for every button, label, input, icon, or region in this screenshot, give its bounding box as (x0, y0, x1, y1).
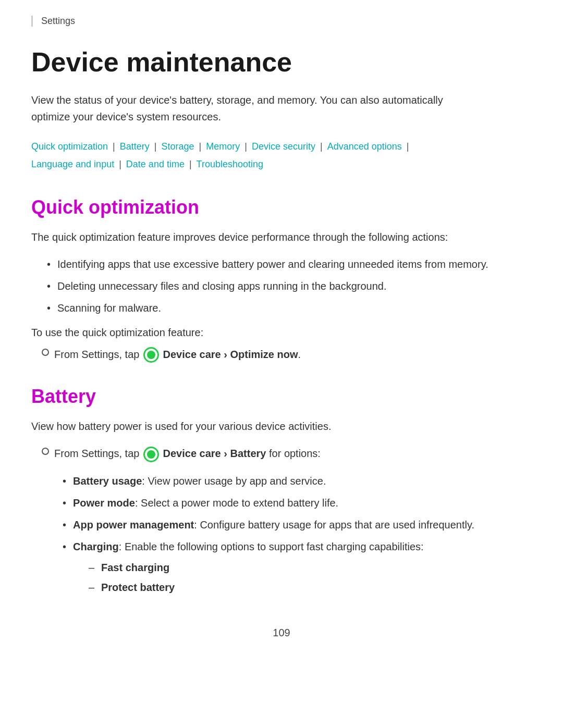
step-bold-text: Device care › Optimize now (163, 349, 298, 360)
quick-optimization-description: The quick optimization feature improves … (31, 229, 500, 245)
list-item: Scanning for malware. (47, 300, 506, 316)
list-item: Identifying apps that use excessive batt… (47, 256, 506, 273)
bold-label: Battery usage (73, 475, 142, 487)
page-description: View the status of your device's battery… (31, 92, 480, 125)
nav-links: Quick optimization | Battery | Storage |… (31, 138, 532, 173)
battery-description: View how battery power is used for your … (31, 418, 500, 435)
nav-link-language-input[interactable]: Language and input (31, 159, 114, 169)
nav-link-battery[interactable]: Battery (120, 141, 150, 152)
battery-bullets: Battery usage: View power usage by app a… (63, 473, 532, 596)
quick-optimization-instruction: To use the quick optimization feature: (31, 327, 532, 339)
nav-link-advanced-options[interactable]: Advanced options (327, 141, 402, 152)
charging-sub-list: Fast charging Protect battery (89, 559, 521, 596)
battery-step-bold: Device care › Battery (163, 448, 266, 459)
nav-link-storage[interactable]: Storage (161, 141, 194, 152)
breadcrumb-text: Settings (41, 16, 75, 26)
bold-label: Charging (73, 541, 119, 552)
nav-link-date-time[interactable]: Date and time (126, 159, 185, 169)
list-item: Charging: Enable the following options t… (63, 538, 521, 596)
page-title: Device maintenance (31, 47, 532, 77)
battery-step-text: From Settings, tap Device care › Battery… (54, 445, 321, 462)
nav-link-memory[interactable]: Memory (206, 141, 240, 152)
list-item: Fast charging (89, 559, 521, 576)
bold-label: Power mode (73, 497, 135, 509)
main-page: Settings Device maintenance View the sta… (0, 0, 563, 728)
battery-step: From Settings, tap Device care › Battery… (42, 445, 532, 462)
list-item: Battery usage: View power usage by app a… (63, 473, 521, 489)
quick-optimization-step-text: From Settings, tap Device care › Optimiz… (54, 346, 301, 363)
list-item: App power management: Configure battery … (63, 516, 521, 533)
quick-optimization-step: From Settings, tap Device care › Optimiz… (42, 346, 532, 363)
quick-optimization-title: Quick optimization (31, 196, 532, 218)
quick-optimization-section: Quick optimization The quick optimizatio… (31, 196, 532, 363)
bold-label: App power management (73, 519, 194, 530)
step-bullet-icon (42, 448, 49, 455)
breadcrumb: Settings (31, 16, 532, 27)
device-care-icon-battery (143, 447, 159, 462)
page-number: 109 (31, 627, 532, 639)
step-bullet-icon (42, 349, 49, 356)
nav-link-troubleshooting[interactable]: Troubleshooting (197, 159, 263, 169)
nav-link-device-security[interactable]: Device security (252, 141, 315, 152)
battery-section: Battery View how battery power is used f… (31, 386, 532, 596)
bold-label: Fast charging (101, 562, 169, 573)
list-item: Power mode: Select a power mode to exten… (63, 495, 521, 511)
battery-title: Battery (31, 386, 532, 408)
nav-link-quick-optimization[interactable]: Quick optimization (31, 141, 108, 152)
device-care-icon (143, 347, 159, 363)
list-item: Deleting unnecessary files and closing a… (47, 278, 506, 294)
bold-label: Protect battery (101, 582, 175, 593)
quick-optimization-bullets: Identifying apps that use excessive batt… (47, 256, 532, 316)
list-item: Protect battery (89, 579, 521, 596)
